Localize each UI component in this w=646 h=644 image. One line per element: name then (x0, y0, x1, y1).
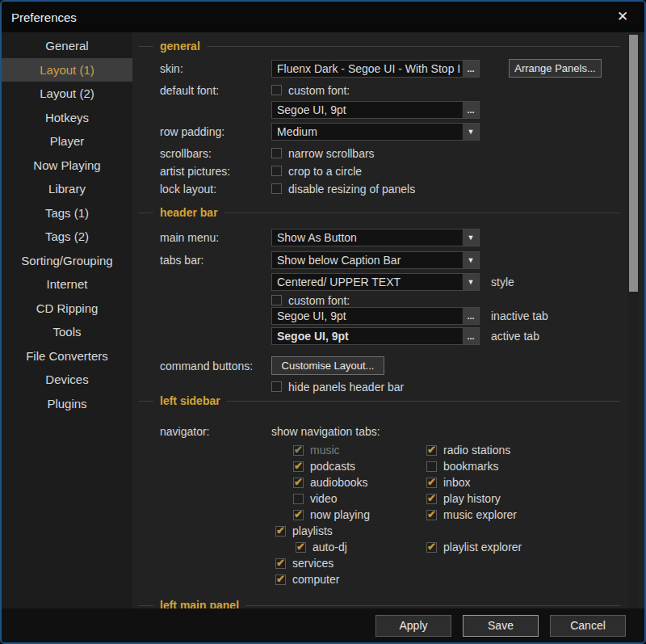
music-explorer-checkbox[interactable]: music explorer (426, 508, 517, 521)
sidebar-item-hotkeys[interactable]: Hotkeys (2, 106, 132, 130)
checkbox[interactable] (275, 558, 286, 569)
checkbox[interactable] (293, 510, 304, 520)
browse-skin-icon[interactable]: ... (462, 61, 479, 77)
computer-checkbox[interactable]: computer (273, 573, 426, 586)
tabs-bar-value[interactable]: Show below Caption Bar (272, 252, 462, 268)
sidebar-item-tools[interactable]: Tools (2, 320, 132, 344)
arrange-panels-button[interactable]: Arrange Panels... (509, 59, 602, 78)
checkbox[interactable] (426, 494, 437, 504)
browse-font-icon[interactable]: ... (462, 102, 479, 118)
checkbox[interactable] (426, 478, 437, 488)
main-menu-value[interactable]: Show As Button (272, 229, 462, 246)
checkbox[interactable] (271, 85, 282, 95)
inbox-checkbox[interactable]: inbox (426, 476, 470, 489)
checkbox[interactable] (271, 166, 282, 176)
close-icon[interactable]: ✕ (614, 8, 631, 26)
browse-font-icon[interactable]: ... (462, 328, 479, 344)
sidebar-item-layout-2[interactable]: Layout (2) (2, 82, 132, 106)
podcasts-checkbox[interactable]: podcasts (273, 460, 426, 473)
play-history-checkbox[interactable]: play history (426, 492, 501, 505)
checkbox[interactable] (293, 445, 304, 456)
sidebar-item-tags-2[interactable]: Tags (2) (2, 225, 132, 249)
checkbox[interactable] (293, 461, 304, 472)
video-checkbox[interactable]: video (273, 492, 426, 505)
checkbox[interactable] (296, 542, 306, 553)
tabs-style-row: Centered/ UPPER TEXT ▼ style (160, 273, 620, 291)
checkbox[interactable] (426, 461, 437, 472)
custom-font-checkbox[interactable]: custom font: (271, 84, 350, 97)
row-padding-value[interactable]: Medium (272, 124, 462, 140)
scrollbar-thumb[interactable] (629, 35, 638, 292)
tabs-custom-font-checkbox[interactable]: custom font: (271, 294, 350, 307)
apply-button[interactable]: Apply (375, 615, 451, 637)
chevron-down-icon[interactable]: ▼ (462, 252, 479, 268)
sidebar-item-sorting-grouping[interactable]: Sorting/Grouping (2, 249, 132, 273)
tabs-style-dropdown[interactable]: Centered/ UPPER TEXT ▼ (271, 273, 480, 291)
nav-tabs-row: video play history (273, 490, 620, 507)
tabs-custom-font-row: custom font: (160, 293, 620, 307)
checkbox[interactable] (275, 575, 286, 585)
radio-stations-checkbox[interactable]: radio stations (426, 444, 510, 457)
row-padding-dropdown[interactable]: Medium ▼ (271, 123, 480, 141)
narrow-scrollbars-checkbox[interactable]: narrow scrollbars (271, 147, 375, 160)
checkbox[interactable] (271, 381, 282, 392)
sidebar-item-internet[interactable]: Internet (2, 272, 132, 297)
chevron-down-icon[interactable]: ▼ (462, 124, 479, 140)
checkbox[interactable] (426, 542, 437, 553)
cancel-button[interactable]: Cancel (550, 615, 626, 637)
default-font-value[interactable]: Segoe UI, 9pt (272, 102, 462, 118)
services-checkbox[interactable]: services (273, 557, 426, 570)
hide-panels-checkbox[interactable]: hide panels header bar (271, 381, 404, 394)
sidebar-item-file-converters[interactable]: File Converters (2, 344, 132, 368)
main-menu-dropdown[interactable]: Show As Button ▼ (271, 229, 480, 246)
sidebar-item-layout-1[interactable]: Layout (1) (2, 58, 132, 82)
tabs-style-value[interactable]: Centered/ UPPER TEXT (272, 274, 462, 290)
default-font-field-row: Segoe UI, 9pt ... (160, 101, 620, 119)
disable-resizing-checkbox[interactable]: disable resizing of panels (271, 183, 415, 196)
sidebar-item-now-playing[interactable]: Now Playing (2, 154, 132, 178)
tabs-bar-row: tabs bar: Show below Caption Bar ▼ (160, 251, 620, 269)
sidebar-item-library[interactable]: Library (2, 177, 132, 201)
chevron-down-icon[interactable]: ▼ (462, 229, 479, 246)
scrollbars-label: scrollbars: (160, 147, 271, 160)
sidebar-item-tags-1[interactable]: Tags (1) (2, 201, 132, 225)
sidebar-item-devices[interactable]: Devices (2, 368, 132, 392)
bookmarks-checkbox[interactable]: bookmarks (426, 460, 498, 473)
artist-pictures-row: artist pictures: crop to a circle (160, 164, 620, 178)
title-bar[interactable]: Preferences ✕ (2, 2, 644, 32)
show-navigation-tabs-label: show navigation tabs: (271, 425, 380, 438)
playlist-explorer-checkbox[interactable]: playlist explorer (426, 541, 522, 554)
default-font-field[interactable]: Segoe UI, 9pt ... (271, 101, 480, 119)
inactive-tab-font-value[interactable]: Segoe UI, 9pt (272, 308, 462, 324)
active-tab-font-field[interactable]: Segoe UI, 9pt ... (271, 327, 480, 345)
browse-font-icon[interactable]: ... (462, 308, 479, 324)
active-tab-font-value[interactable]: Segoe UI, 9pt (272, 328, 462, 344)
checkbox[interactable] (275, 526, 286, 537)
skin-value[interactable]: Fluenx Dark - Segoe UI - With Stop I (272, 61, 462, 77)
checkbox[interactable] (426, 445, 437, 456)
skin-field[interactable]: Fluenx Dark - Segoe UI - With Stop I ... (271, 60, 480, 78)
sidebar-item-player[interactable]: Player (2, 129, 132, 154)
checkbox[interactable] (426, 510, 437, 520)
checkbox[interactable] (271, 295, 282, 305)
customise-layout-button[interactable]: Customise Layout... (271, 356, 384, 375)
checkbox[interactable] (271, 148, 282, 158)
sidebar-item-cd-ripping[interactable]: CD Ripping (2, 297, 132, 321)
scrollbar[interactable] (628, 34, 639, 608)
save-button[interactable]: Save (463, 615, 539, 637)
music-checkbox[interactable]: music (273, 444, 426, 457)
chevron-down-icon[interactable]: ▼ (462, 274, 479, 290)
checkbox[interactable] (293, 494, 304, 504)
now-playing-checkbox[interactable]: now playing (273, 508, 426, 521)
checkbox[interactable] (293, 478, 304, 488)
checkbox[interactable] (271, 183, 282, 194)
sidebar-item-general[interactable]: General (2, 34, 132, 58)
playlists-checkbox[interactable]: playlists (273, 524, 426, 537)
inactive-tab-font-field[interactable]: Segoe UI, 9pt ... (271, 307, 480, 325)
crop-circle-checkbox[interactable]: crop to a circle (271, 165, 362, 178)
tabs-bar-dropdown[interactable]: Show below Caption Bar ▼ (271, 251, 480, 269)
section-title: left sidebar (160, 394, 220, 407)
audiobooks-checkbox[interactable]: audiobooks (273, 476, 426, 489)
auto-dj-checkbox[interactable]: auto-dj (273, 541, 426, 554)
sidebar-item-plugins[interactable]: Plugins (2, 392, 132, 416)
